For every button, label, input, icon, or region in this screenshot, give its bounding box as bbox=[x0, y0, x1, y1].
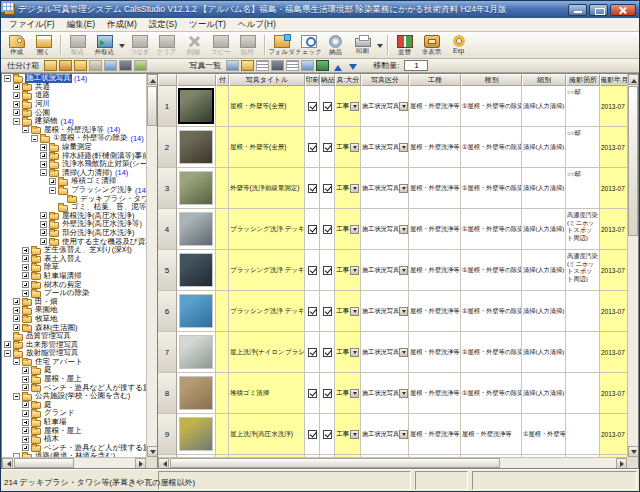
column-header-print[interactable]: 印刷 bbox=[305, 74, 320, 86]
display-icon[interactable] bbox=[316, 60, 329, 71]
expand-toggle-icon[interactable] bbox=[22, 247, 29, 254]
photo-thumbnail[interactable] bbox=[179, 212, 213, 246]
move-amount-input[interactable] bbox=[404, 60, 428, 71]
title-cell[interactable]: ブラッシング洗浄 デッキブラ bbox=[229, 209, 305, 250]
date-cell[interactable]: 2013-07 bbox=[600, 373, 627, 414]
kubun-cell[interactable]: 施工状況写真 bbox=[361, 86, 409, 127]
row-number[interactable]: 9 bbox=[158, 414, 177, 455]
title-cell[interactable]: 堆積ゴミ清掃 bbox=[229, 373, 305, 414]
menu-item-1[interactable]: 編集(E) bbox=[61, 18, 101, 31]
dropdown-button[interactable] bbox=[350, 102, 359, 111]
dropdown-button[interactable] bbox=[350, 266, 359, 275]
dropdown-button[interactable] bbox=[350, 430, 359, 439]
checkbox[interactable] bbox=[323, 348, 332, 357]
koushu-cell[interactable]: 屋根・外壁洗浄等 bbox=[409, 127, 461, 168]
daibun-cell[interactable]: 工事 bbox=[335, 209, 361, 250]
photo-thumbnail[interactable] bbox=[179, 335, 213, 369]
title-cell[interactable]: 屋根・外壁等(全景) bbox=[229, 127, 305, 168]
scroll-up-button[interactable] bbox=[628, 74, 639, 85]
scroll-down-button[interactable] bbox=[628, 446, 639, 457]
kubun-cell[interactable]: 施工状況写真 bbox=[361, 332, 409, 373]
home-icon[interactable] bbox=[89, 60, 102, 71]
photo-thumbnail[interactable] bbox=[179, 89, 213, 123]
toolbar-button-import[interactable]: 外取込 bbox=[91, 33, 118, 57]
scrollbar-thumb[interactable] bbox=[14, 458, 74, 468]
scrollbar-thumb[interactable] bbox=[628, 86, 638, 236]
saibetsu-cell[interactable]: 清掃(人力清掃) bbox=[522, 86, 566, 127]
tree-item[interactable]: 共通 bbox=[2, 83, 146, 92]
dropdown-button[interactable] bbox=[350, 143, 359, 152]
fu-cell[interactable] bbox=[216, 291, 229, 332]
menu-item-3[interactable]: 設定(S) bbox=[143, 18, 183, 31]
daibun-cell[interactable]: 工事 bbox=[335, 414, 361, 455]
tree-item[interactable]: グランド bbox=[2, 409, 146, 418]
kubun-cell[interactable]: 施工状況写真 bbox=[361, 209, 409, 250]
checkbox[interactable] bbox=[323, 266, 332, 275]
expand-toggle-icon[interactable] bbox=[31, 135, 38, 142]
date-cell[interactable]: 2013-07 bbox=[600, 209, 627, 250]
expand-toggle-icon[interactable] bbox=[13, 109, 20, 116]
fu-cell[interactable] bbox=[216, 127, 229, 168]
toolbar-button-print[interactable]: 印刷 bbox=[349, 33, 376, 57]
dropdown-button[interactable] bbox=[399, 102, 408, 111]
shubetsu-cell[interactable]: 屋根・外壁洗浄等 bbox=[461, 414, 522, 455]
expand-toggle-icon[interactable] bbox=[40, 152, 47, 159]
scroll-right-button[interactable] bbox=[616, 458, 627, 469]
saibetsu-cell[interactable]: 清掃(人力清掃) bbox=[522, 250, 566, 291]
folder-open-icon[interactable] bbox=[74, 60, 87, 71]
table-vertical-scrollbar[interactable] bbox=[627, 74, 638, 457]
date-cell[interactable]: 2013-07 bbox=[600, 250, 627, 291]
daibun-cell[interactable]: 工事 bbox=[335, 332, 361, 373]
expand-toggle-icon[interactable] bbox=[22, 444, 29, 451]
kubun-cell[interactable]: 施工状況写真 bbox=[361, 127, 409, 168]
column-header-kubun[interactable]: 写真区分 bbox=[361, 74, 409, 86]
move-up-icon[interactable] bbox=[331, 60, 344, 71]
shubetsu-cell[interactable]: ①屋根・外壁等の除染 bbox=[461, 373, 522, 414]
dropdown-button[interactable] bbox=[399, 184, 408, 193]
tree-item[interactable]: 公園 bbox=[2, 108, 146, 117]
column-header-fu[interactable]: 付 bbox=[216, 74, 229, 86]
dropdown-button[interactable] bbox=[399, 266, 408, 275]
koushu-cell[interactable]: 屋根・外壁洗浄等 bbox=[409, 291, 461, 332]
date-cell[interactable]: 2013-07 bbox=[600, 168, 627, 209]
dropdown-button[interactable] bbox=[350, 389, 359, 398]
koushu-cell[interactable]: 屋根・外壁洗浄等 bbox=[409, 209, 461, 250]
checkbox[interactable] bbox=[323, 184, 332, 193]
kubun-cell[interactable]: 施工状況写真 bbox=[361, 414, 409, 455]
row-number[interactable]: 2 bbox=[158, 127, 177, 168]
basho-cell[interactable]: ○○邸 bbox=[566, 127, 600, 168]
toolbar-button-open[interactable]: 開く bbox=[30, 33, 57, 57]
checkbox[interactable] bbox=[308, 143, 317, 152]
menu-item-5[interactable]: ヘルプ(H) bbox=[232, 18, 282, 31]
expand-toggle-icon[interactable] bbox=[4, 75, 11, 82]
checkbox[interactable] bbox=[323, 430, 332, 439]
checkbox[interactable] bbox=[323, 307, 332, 316]
title-cell[interactable]: ブラッシング洗浄 デッキブラ bbox=[229, 250, 305, 291]
toolbar-button-folder[interactable]: フォルダ bbox=[268, 33, 295, 57]
expand-toggle-icon[interactable] bbox=[22, 126, 29, 133]
daibun-cell[interactable]: 工事 bbox=[335, 86, 361, 127]
checkbox[interactable] bbox=[308, 266, 317, 275]
column-header-delivery[interactable]: 納品 bbox=[320, 74, 335, 86]
daibun-cell[interactable]: 工事 bbox=[335, 291, 361, 332]
photo-thumbnail[interactable] bbox=[179, 376, 213, 410]
row-height-icon[interactable] bbox=[286, 60, 299, 71]
toolbar-button-sort[interactable]: 並替 bbox=[391, 33, 418, 57]
tree-item[interactable]: 表土入替え bbox=[2, 254, 146, 263]
shubetsu-cell[interactable]: ①屋根・外壁等の除染 bbox=[461, 127, 522, 168]
koushu-cell[interactable]: 屋根・外壁洗浄等 bbox=[409, 414, 461, 455]
close-button[interactable] bbox=[610, 4, 636, 16]
basho-cell[interactable]: 高濃度汚染(ミニホットスポット周辺) bbox=[566, 209, 600, 250]
expand-toggle-icon[interactable] bbox=[40, 161, 47, 168]
tree-item[interactable]: 公共施設(学校・公園を含む) bbox=[2, 392, 146, 401]
expand-toggle-icon[interactable] bbox=[13, 358, 20, 365]
shubetsu-cell[interactable]: ①屋根・外壁等の除染 bbox=[461, 168, 522, 209]
fu-cell[interactable] bbox=[216, 250, 229, 291]
row-number[interactable]: 8 bbox=[158, 373, 177, 414]
column-header-koushu[interactable]: 工種 bbox=[409, 74, 461, 86]
dropdown-button[interactable] bbox=[399, 430, 408, 439]
shubetsu-cell[interactable]: ①屋根・外壁等の除染 bbox=[461, 86, 522, 127]
toolbar-button-stamp[interactable]: 非表示 bbox=[418, 33, 445, 57]
stack-icon[interactable] bbox=[104, 60, 117, 71]
basho-cell[interactable] bbox=[566, 332, 600, 373]
